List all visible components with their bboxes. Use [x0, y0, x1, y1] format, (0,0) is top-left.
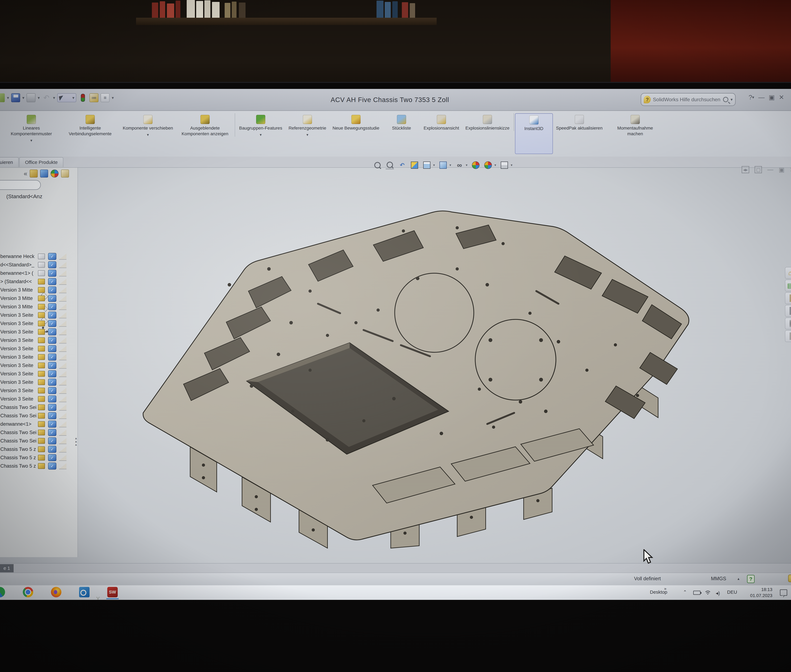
- design-library-tab[interactable]: ▤: [785, 280, 791, 291]
- cm-ausgeblendete-komponenten-anzeigen-button[interactable]: Ausgeblendete Komponenten anzeigen: [176, 113, 235, 137]
- tree-item[interactable]: Version 3 Mitte✓: [0, 286, 78, 294]
- file-explorer-tab[interactable]: [785, 292, 791, 304]
- tree-item[interactable]: Chassis Two 5 z✓: [0, 445, 78, 454]
- tree-item[interactable]: Version 3 Seite✓: [0, 328, 78, 336]
- save-dropdown-icon[interactable]: ▾: [22, 95, 24, 100]
- hide-show-items-icon[interactable]: ∞: [455, 161, 464, 169]
- view-settings-icon[interactable]: [500, 161, 508, 169]
- custom-properties-tab[interactable]: [785, 330, 791, 342]
- appearances-scenes-tab[interactable]: [785, 318, 791, 330]
- cm-komponente-verschieben-button[interactable]: Komponente verschieben▾: [120, 113, 176, 137]
- rebuild-icon[interactable]: [78, 93, 87, 102]
- tree-item[interactable]: d<<Standard>_✓: [0, 261, 78, 269]
- tree-item[interactable]: Version 3 Seite✓: [0, 311, 78, 319]
- apply-scene-dropdown-icon[interactable]: ▾: [495, 163, 496, 167]
- options-icon[interactable]: ≡: [101, 93, 109, 102]
- units-dropdown-icon[interactable]: ▴: [738, 576, 740, 581]
- doc-restore-icon[interactable]: ▣: [779, 166, 785, 173]
- cm-momentaufnahme-machen-button[interactable]: Momentaufnahme machen: [606, 113, 665, 137]
- minimize-icon[interactable]: —: [758, 94, 765, 101]
- close-icon[interactable]: ✕: [779, 94, 784, 101]
- new-document-dropdown-icon[interactable]: ▾: [7, 95, 9, 100]
- cm-neue-bewegungsstudie-button[interactable]: Neue Bewegungsstudie: [329, 113, 383, 131]
- tree-item[interactable]: denwanne<1>✓: [0, 420, 78, 429]
- doc-cascade-icon[interactable]: ▢: [755, 166, 762, 173]
- taskbar-clock[interactable]: 18:13 01.07.2023: [742, 587, 772, 598]
- view-orientation-dropdown-icon[interactable]: ▾: [433, 163, 435, 167]
- zoom-area-icon[interactable]: [386, 161, 394, 169]
- options-dropdown-icon[interactable]: ▾: [112, 95, 114, 100]
- motion-study-tab[interactable]: e 1: [0, 564, 14, 572]
- view-palette-tab[interactable]: [785, 305, 791, 317]
- taskbar-outlook-icon[interactable]: [79, 587, 90, 597]
- cm-dropdown-icon[interactable]: ▾: [260, 133, 262, 137]
- collapse-chevron-icon[interactable]: «: [24, 170, 27, 177]
- section-view-icon[interactable]: [410, 161, 419, 169]
- print-dropdown-icon[interactable]: ▾: [38, 95, 40, 100]
- tree-item[interactable]: Version 3 Seite✓: [0, 378, 78, 386]
- search-icon[interactable]: [723, 97, 729, 102]
- display-style-icon[interactable]: [439, 161, 447, 169]
- show-hidden-icons-icon[interactable]: ⌃: [683, 589, 687, 600]
- configurationmanager-tab-icon[interactable]: [40, 170, 48, 178]
- toolbar-chevron[interactable]: »: [664, 586, 666, 600]
- language-indicator[interactable]: DEU: [727, 589, 737, 600]
- tree-item[interactable]: Chassis Two Sei✓: [0, 429, 78, 437]
- cm-speedpak-aktualisieren-button[interactable]: SpeedPak aktualisieren: [553, 113, 606, 131]
- tree-item[interactable]: Version 3 Seite✓: [0, 353, 78, 361]
- help-search-input[interactable]: [653, 97, 721, 102]
- tab-evaluieren[interactable]: Evaluieren: [0, 157, 19, 167]
- new-document-icon[interactable]: [0, 93, 5, 102]
- tree-item[interactable]: Version 3 Seite✓: [0, 395, 78, 403]
- assembly-root-item[interactable]: (Standard<Anz: [6, 193, 42, 200]
- cm-instant3d-button[interactable]: Instant3D: [515, 113, 553, 154]
- action-center-icon[interactable]: [780, 589, 787, 596]
- battery-icon[interactable]: [693, 591, 701, 595]
- taskbar-chrome-icon[interactable]: [23, 587, 33, 597]
- tab-office-produkte[interactable]: Office Produkte: [19, 157, 63, 167]
- tree-item[interactable]: berwanne<1> (✓: [0, 269, 78, 277]
- display-style-dropdown-icon[interactable]: ▾: [450, 163, 451, 167]
- cm-intelligente-verbindungselemente-button[interactable]: Intelligente Verbindungselemente: [61, 113, 120, 137]
- cm-explosionsansicht-button[interactable]: Explosionsansicht: [421, 113, 462, 131]
- save-icon[interactable]: [11, 93, 20, 102]
- cm-dropdown-icon[interactable]: ▾: [147, 133, 149, 137]
- cm-dropdown-icon[interactable]: ▾: [30, 138, 32, 143]
- doc-close-icon[interactable]: ✕: [790, 166, 791, 173]
- view-settings-dropdown-icon[interactable]: ▾: [511, 163, 512, 167]
- tree-item[interactable]: Version 3 Seite✓: [0, 336, 78, 344]
- taskbar-firefox-icon[interactable]: [51, 587, 61, 597]
- tree-item[interactable]: Version 3 Seite✓: [0, 361, 78, 370]
- cm-dropdown-icon[interactable]: ▾: [306, 133, 308, 137]
- help-icon[interactable]: ?▾: [749, 94, 754, 101]
- solidworks-resources-tab[interactable]: ⌂: [785, 267, 791, 279]
- restore-icon[interactable]: ▣: [769, 94, 775, 101]
- dimxpert-tab-icon[interactable]: [61, 170, 69, 178]
- cm-explosionslinienskizze-button[interactable]: Explosionslinienskizze: [462, 113, 514, 131]
- featuremanager-tab-icon[interactable]: [30, 170, 38, 178]
- previous-view-icon[interactable]: ↶: [398, 161, 406, 169]
- taskbar-edge-icon[interactable]: [0, 587, 5, 597]
- chassis-3d-model[interactable]: [131, 203, 701, 549]
- tree-item[interactable]: Chassis Two 5 z✓: [0, 454, 78, 462]
- tree-item[interactable]: Chassis Two Sei✓: [0, 403, 78, 411]
- tree-item[interactable]: Chassis Two 5 z✓: [0, 462, 78, 470]
- hide-show-items-dropdown-icon[interactable]: ▾: [466, 163, 468, 167]
- cm-st-ckliste-button[interactable]: Stückliste: [383, 113, 421, 131]
- apply-scene-icon[interactable]: [484, 161, 492, 169]
- doc-window-icon[interactable]: ◂▸: [741, 166, 749, 173]
- select-icon[interactable]: ◤▾: [57, 93, 76, 102]
- tree-item[interactable]: Version 3 Seite✓: [0, 344, 78, 353]
- file-properties-icon[interactable]: ≔: [90, 93, 98, 102]
- status-tag-icon[interactable]: [788, 574, 791, 582]
- help-search-box[interactable]: ? ▾: [641, 93, 736, 106]
- edit-appearance-icon[interactable]: [472, 161, 480, 169]
- volume-icon[interactable]: ◂): [716, 590, 720, 596]
- doc-minimize-icon[interactable]: —: [767, 166, 773, 173]
- displaymanager-tab-icon[interactable]: [51, 170, 59, 178]
- tree-filter-box[interactable]: [0, 180, 41, 190]
- tree-item[interactable]: Version 3 Mitte✓: [0, 302, 78, 311]
- undo-icon[interactable]: ↶: [42, 93, 51, 102]
- cm-lineares-komponentenmuster-button[interactable]: Lineares Komponentenmuster▾: [2, 113, 61, 143]
- tree-scrollbar[interactable]: ▴▴▴: [75, 437, 77, 446]
